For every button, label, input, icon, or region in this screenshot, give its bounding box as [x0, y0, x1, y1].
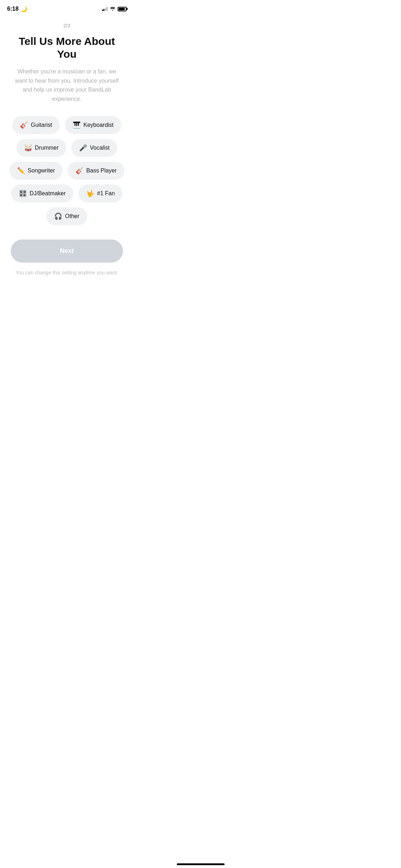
mic-icon: 🎤	[79, 144, 87, 152]
time-display: 6:18	[7, 6, 19, 12]
options-grid: 🎸 Guitarist 🎹 Keyboardist 🥁 Drummer 🎤 Vo…	[11, 116, 123, 225]
option-dj-beatmaker[interactable]: 🎛️ DJ/Beatmaker	[11, 185, 73, 202]
option-songwriter[interactable]: ✏️ Songwriter	[9, 162, 63, 180]
page-title: Tell Us More About You	[11, 35, 123, 61]
option-other[interactable]: 🎧 Other	[46, 207, 87, 225]
wifi-icon	[110, 6, 115, 12]
option-guitarist-label: Guitarist	[31, 122, 52, 128]
status-time: 6:18 🌙	[7, 6, 27, 12]
option-keyboardist-label: Keyboardist	[83, 122, 114, 128]
option-drummer-label: Drummer	[35, 145, 59, 151]
guitar-icon: 🎸	[20, 121, 28, 129]
dj-icon: 🎛️	[19, 190, 27, 197]
headphones-icon: 🎧	[54, 212, 62, 220]
moon-icon: 🌙	[20, 6, 27, 12]
options-row-1: 🎸 Guitarist 🎹 Keyboardist	[12, 116, 121, 134]
option-number-one-fan-label: #1 Fan	[97, 190, 115, 197]
option-number-one-fan[interactable]: 🤟 #1 Fan	[78, 185, 123, 202]
signal-icon	[102, 7, 108, 11]
option-guitarist[interactable]: 🎸 Guitarist	[12, 116, 60, 134]
next-button[interactable]: Next	[11, 239, 123, 263]
option-other-label: Other	[65, 213, 79, 219]
status-icons	[102, 6, 127, 12]
option-vocalist-label: Vocalist	[90, 145, 109, 151]
option-drummer[interactable]: 🥁 Drummer	[16, 139, 67, 157]
option-keyboardist[interactable]: 🎹 Keyboardist	[65, 116, 122, 134]
option-vocalist[interactable]: 🎤 Vocalist	[71, 139, 117, 157]
options-row-4: 🎛️ DJ/Beatmaker 🤟 #1 Fan	[11, 185, 123, 202]
options-row-2: 🥁 Drummer 🎤 Vocalist	[16, 139, 118, 157]
options-row-5: 🎧 Other	[46, 207, 87, 225]
option-bass-player-label: Bass Player	[86, 167, 117, 174]
page-description: Whether you're a musician or a fan, we w…	[11, 67, 123, 103]
fan-icon: 🤟	[86, 190, 94, 197]
battery-icon	[118, 7, 127, 11]
option-dj-beatmaker-label: DJ/Beatmaker	[30, 190, 66, 197]
status-bar: 6:18 🌙	[0, 0, 134, 16]
drum-icon: 🥁	[24, 144, 32, 152]
option-songwriter-label: Songwriter	[28, 167, 55, 174]
option-bass-player[interactable]: 🎸 Bass Player	[68, 162, 124, 180]
pencil-icon: ✏️	[17, 167, 25, 175]
options-row-3: ✏️ Songwriter 🎸 Bass Player	[9, 162, 125, 180]
bass-icon: 🎸	[76, 167, 83, 175]
keyboard-icon: 🎹	[73, 121, 81, 129]
main-content: 2/3 Tell Us More About You Whether you'r…	[0, 16, 134, 290]
settings-note: You can change this setting anytime you …	[16, 270, 118, 275]
step-indicator: 2/3	[63, 23, 70, 29]
